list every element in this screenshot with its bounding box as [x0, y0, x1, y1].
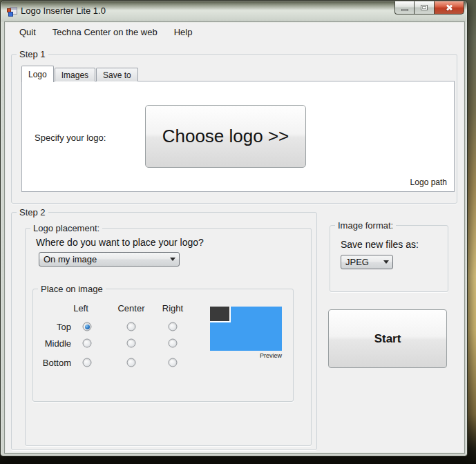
start-button[interactable]: Start [328, 309, 447, 368]
row-label-middle: Middle [33, 338, 71, 349]
radio-bottom-right[interactable] [169, 358, 178, 367]
desktop-background: Logo Inserter Lite 1.0 Quit Techna Cente… [0, 0, 476, 464]
step2-legend: Step 2 [17, 207, 48, 218]
dropdown-zone [380, 255, 392, 269]
tab-save-to[interactable]: Save to [96, 68, 138, 81]
image-format-legend: Image format: [335, 220, 396, 231]
preview-label: Preview [250, 352, 282, 359]
radio-middle-left[interactable] [83, 339, 92, 348]
step1-legend: Step 1 [17, 49, 48, 59]
placement-select[interactable]: On my image [39, 252, 180, 267]
app-window: Logo Inserter Lite 1.0 Quit Techna Cente… [0, 0, 468, 456]
menu-item-quit[interactable]: Quit [11, 23, 44, 41]
specify-logo-label: Specify your logo: [35, 133, 106, 143]
preview-image [210, 307, 282, 351]
column-header-left: Left [73, 303, 88, 313]
menu-item-techna-center[interactable]: Techna Center on the web [44, 23, 166, 41]
format-select-value: JPEG [345, 257, 369, 267]
dropdown-zone [166, 253, 179, 266]
radio-top-right[interactable] [169, 322, 178, 331]
radio-top-center[interactable] [127, 322, 136, 331]
tab-images[interactable]: Images [55, 68, 95, 81]
step1-groupbox: Step 1 Logo Images Save to Specify your … [11, 54, 457, 204]
placement-select-value: On my image [44, 254, 97, 264]
chevron-down-icon [383, 260, 389, 264]
tab-strip: Logo Images Save to [21, 65, 139, 81]
logo-placement-legend: Logo placement: [30, 223, 102, 233]
column-header-center: Center [117, 303, 144, 313]
placement-question-label: Where do you want to place your logo? [36, 237, 204, 248]
tab-logo[interactable]: Logo [21, 66, 54, 82]
window-controls [394, 1, 464, 14]
column-header-right: Right [162, 303, 183, 313]
step2-groupbox: Step 2 Logo placement: Where do you want… [11, 212, 317, 450]
maximize-icon [421, 5, 428, 10]
close-icon [445, 3, 453, 12]
logo-placement-groupbox: Logo placement: Where do you want to pla… [25, 228, 312, 446]
client-area: Quit Techna Center on the web Help Step … [4, 21, 465, 454]
menu-item-help[interactable]: Help [166, 23, 201, 41]
title-bar[interactable]: Logo Inserter Lite 1.0 [1, 1, 467, 21]
radio-top-left[interactable] [83, 322, 92, 331]
radio-bottom-center[interactable] [127, 358, 136, 367]
radio-bottom-left[interactable] [83, 358, 92, 367]
maximize-button[interactable] [415, 1, 434, 14]
save-new-files-label: Save new files as: [341, 239, 419, 250]
chevron-down-icon [170, 258, 175, 261]
format-select[interactable]: JPEG [341, 255, 393, 269]
logo-path-label: Logo path [410, 177, 447, 187]
radio-middle-right[interactable] [169, 339, 178, 348]
close-button[interactable] [434, 1, 464, 14]
row-label-bottom: Bottom [33, 358, 71, 368]
preview-logo-square [210, 307, 231, 322]
choose-logo-button[interactable]: Choose logo >> [145, 105, 306, 168]
window-title: Logo Inserter Lite 1.0 [21, 1, 106, 21]
image-format-groupbox: Image format: Save new files as: JPEG [330, 225, 448, 292]
minimize-icon [401, 9, 408, 11]
radio-middle-center[interactable] [127, 339, 136, 348]
place-on-image-groupbox: Place on image Left Center Right Top Mid… [32, 289, 294, 402]
menu-bar: Quit Techna Center on the web Help [6, 23, 464, 41]
row-label-top: Top [33, 322, 71, 332]
app-icon [7, 6, 17, 17]
place-on-image-legend: Place on image [38, 284, 106, 294]
minimize-button[interactable] [394, 1, 415, 14]
logo-tab-page: Specify your logo: Choose logo >> Logo p… [21, 81, 455, 192]
